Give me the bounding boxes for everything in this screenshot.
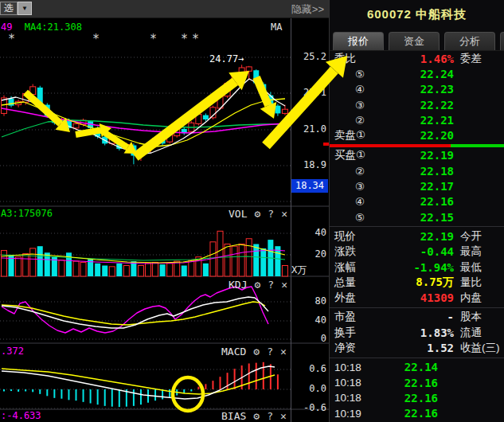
ma-indicator-label: MA — [271, 21, 282, 33]
event-marker-icon: * — [192, 32, 199, 46]
row-value: 22.15 — [365, 211, 454, 224]
row-value: 8.75万 — [356, 275, 454, 290]
row-value: 22.19 — [365, 149, 454, 162]
kdj-panel-title: KDJ — [229, 279, 247, 291]
axis-label: 0.0 — [290, 383, 326, 394]
close-icon[interactable]: ✕ — [281, 208, 287, 220]
row-label: 涨幅 — [334, 260, 356, 275]
bid-row[interactable]: ④22.16 — [330, 194, 504, 209]
row-label: ④ — [334, 83, 365, 96]
row-value: 1.46% — [356, 53, 454, 65]
stat-row: 总量8.75万量比 — [330, 275, 504, 290]
row-secondary-label: 最高 — [454, 244, 504, 259]
row-value: -0.44 — [356, 245, 454, 258]
row-value: 22.16 — [361, 392, 438, 404]
ask-row[interactable]: 卖盘①22.20 — [330, 127, 504, 143]
stat-row: 外盘41309内盘 — [330, 290, 504, 305]
quote-tabs: 报价资金分析操作 — [330, 29, 504, 51]
gear-icon[interactable]: ⚙ — [254, 208, 260, 220]
peak-price-annotation: 24.77→ — [209, 53, 244, 64]
row-label: 10:19 — [334, 408, 361, 420]
chart-toolbar: 选 ▼ 隐藏>> — [0, 0, 329, 18]
ask-row[interactable]: ⑤22.24 — [330, 66, 504, 81]
row-label: 换手 — [334, 326, 356, 340]
event-marker-icon: * — [92, 32, 100, 46]
tab-分析[interactable]: 分析 — [444, 32, 495, 50]
tab-报价[interactable]: 报价 — [333, 32, 384, 50]
help-icon[interactable]: ? — [267, 346, 273, 358]
gear-icon[interactable]: ⚙ — [253, 346, 260, 358]
bid-row[interactable]: ⑤22.15 — [330, 209, 504, 225]
ma4-value: MA4:21.308 — [25, 21, 82, 33]
row-value: 22.22 — [365, 99, 454, 111]
row-value: 22.24 — [365, 68, 454, 80]
row-label: ③ — [334, 99, 365, 111]
hide-panel-button[interactable]: 隐藏>> — [291, 2, 324, 17]
gear-icon[interactable]: ⚙ — [253, 410, 260, 422]
event-marker-icon: * — [150, 32, 157, 46]
bid-row[interactable]: 买盘①22.19 — [330, 148, 504, 163]
vol-unit-label: X万 — [291, 264, 307, 277]
close-icon[interactable]: ✕ — [280, 410, 287, 422]
tab-资金[interactable]: 资金 — [389, 32, 440, 50]
gear-icon[interactable]: ⚙ — [254, 279, 260, 291]
row-value: 22.16 — [361, 377, 438, 389]
row-label: 外盘 — [334, 291, 356, 305]
ask-row[interactable]: ③22.22 — [330, 97, 504, 112]
tab-操作[interactable]: 操作 — [500, 32, 504, 50]
ask-row[interactable]: ②22.21 — [330, 112, 504, 127]
axis-red-tick — [323, 143, 329, 146]
select-button-label[interactable]: 选 — [0, 2, 18, 15]
row-secondary-label: 股本 — [454, 310, 504, 324]
axis-label: 0 — [290, 333, 326, 344]
axis-label: 20 — [290, 248, 326, 260]
row-value: 22.18 — [365, 165, 454, 178]
row-label: 10:18 — [334, 377, 361, 389]
help-icon[interactable]: ? — [267, 410, 273, 422]
row-label: ⑤ — [334, 211, 365, 224]
row-label: 10:18 — [334, 361, 361, 373]
bid-row[interactable]: ②22.18 — [330, 163, 504, 178]
axis-label: 25.2 — [290, 51, 326, 62]
help-icon[interactable]: ? — [268, 208, 274, 220]
row-label: 买盘① — [334, 148, 365, 162]
row-label: ② — [334, 114, 365, 127]
stat-row: 涨幅-1.94%最低 — [330, 260, 504, 275]
row-label: 10:18 — [334, 392, 361, 404]
stock-name: 中船科技 — [416, 7, 467, 21]
bias-legend: :-4.633 — [1, 410, 41, 421]
macd-panel-header: MACD ⚙ ? ✕ — [221, 346, 287, 358]
row-secondary-label: 今开 — [454, 229, 504, 244]
close-icon[interactable]: ✕ — [281, 279, 287, 291]
row-value: 22.20 — [365, 129, 454, 142]
row-secondary-label: 量比 — [454, 275, 504, 290]
bid-row[interactable]: ③22.17 — [330, 178, 504, 193]
row-value: -1.94% — [356, 261, 454, 274]
row-value: 1.52 — [356, 342, 454, 354]
row-value: - — [356, 311, 454, 323]
ratio-bar-sell — [330, 144, 451, 147]
row-label: 净资 — [334, 341, 356, 355]
ask-row[interactable]: ④22.23 — [330, 82, 504, 97]
chevron-down-icon[interactable]: ▼ — [18, 2, 32, 15]
stat-row: 净资1.52收益(三) — [330, 340, 504, 355]
row-secondary-label: 收益(三) — [454, 341, 504, 355]
vol-panel-header: VOL ⚙ ? ✕ — [229, 208, 287, 220]
axis-label: 40 — [290, 315, 326, 326]
row-label: 总量 — [334, 275, 356, 290]
stat-row: 涨跌-0.44最高 — [330, 244, 504, 260]
price-tag-1834: 18.34 — [291, 179, 328, 193]
ratio-bar-buy — [451, 144, 504, 147]
tick-row: 10:1822.14 — [330, 360, 504, 375]
stock-app-window: 选 ▼ 隐藏>> 49 MA4:21.308 MA 24.77→ 18.34 A… — [0, 0, 504, 422]
tick-row: 10:1822.16 — [330, 390, 504, 405]
close-icon[interactable]: ✕ — [280, 346, 287, 358]
help-icon[interactable]: ? — [268, 279, 274, 291]
vol-ma-legend: A3:175076 — [1, 208, 53, 219]
row-label: ④ — [334, 195, 365, 208]
row-value: 1.83% — [356, 326, 454, 339]
macd-panel-title: MACD — [221, 346, 246, 358]
kdj-panel-header: KDJ ⚙ ? ✕ — [229, 279, 287, 291]
watchlist-select-button[interactable]: 选 ▼ — [0, 2, 32, 15]
bias-panel-header: BIAS ⚙ ? ✕ — [221, 410, 287, 422]
